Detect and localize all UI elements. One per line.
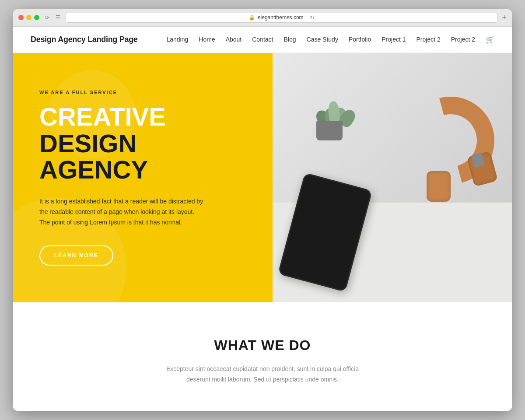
hero-title-line2: DESIGN AGENCY <box>39 130 246 184</box>
nav-link-project1[interactable]: Project 1 <box>382 36 406 43</box>
nav-item-landing[interactable]: Landing <box>166 35 188 43</box>
url-text: elegantthemes.com <box>258 14 304 21</box>
nav-link-portfolio[interactable]: Portfolio <box>349 36 371 43</box>
plant-pot <box>316 121 343 140</box>
hero-cta-button[interactable]: LEARN MORE <box>39 245 113 266</box>
refresh-icon[interactable]: ↻ <box>310 14 315 21</box>
what-we-do-section: WHAT WE DO Excepteur sint occaecat cupid… <box>13 302 512 411</box>
browser-chrome: ⟳ ☰ 🔒 elegantthemes.com ↻ + <box>13 9 512 27</box>
reload-icon[interactable]: ⟳ <box>44 14 51 21</box>
section-title: WHAT WE DO <box>31 337 494 354</box>
maximize-button[interactable] <box>34 15 39 20</box>
nav-item-project2a[interactable]: Project 2 <box>416 35 441 43</box>
nav-item-home[interactable]: Home <box>199 35 215 43</box>
hero-right-panel <box>273 53 512 302</box>
headphone-cup-left <box>427 171 451 202</box>
hero-description: It is a long established fact that a rea… <box>39 196 206 228</box>
nav-link-landing[interactable]: Landing <box>166 36 188 43</box>
nav-item-portfolio[interactable]: Portfolio <box>349 35 371 43</box>
plant-leaf-5 <box>327 101 340 123</box>
browser-window: ⟳ ☰ 🔒 elegantthemes.com ↻ + Design Agenc… <box>13 9 512 411</box>
headphone-arc <box>391 80 510 200</box>
nav-item-blog[interactable]: Blog <box>284 35 296 43</box>
hero-section: WE ARE A FULL SERVICE CREATIVE DESIGN AG… <box>13 53 512 302</box>
nav-link-blog[interactable]: Blog <box>284 36 296 43</box>
cart-icon[interactable]: 🛒 <box>486 36 494 43</box>
new-tab-button[interactable]: + <box>502 13 507 22</box>
nav-item-about[interactable]: About <box>226 35 242 43</box>
nav-item-project2b[interactable]: Project 2 <box>451 35 475 43</box>
section-subtitle: Excepteur sint occaecat cupidatat non pr… <box>158 364 368 385</box>
site-logo[interactable]: Design Agency Landing Page <box>31 35 138 44</box>
menu-icon[interactable]: ☰ <box>54 14 61 21</box>
hero-subtitle: WE ARE A FULL SERVICE <box>39 90 246 95</box>
hero-photo <box>273 53 512 302</box>
minimize-button[interactable] <box>26 15 32 20</box>
nav-link-casestudy[interactable]: Case Study <box>307 36 338 43</box>
navbar: Design Agency Landing Page Landing Home … <box>13 27 512 53</box>
traffic-lights <box>18 15 39 20</box>
nav-item-contact[interactable]: Contact <box>252 35 273 43</box>
nav-link-contact[interactable]: Contact <box>252 36 273 43</box>
nav-link-about[interactable]: About <box>226 36 242 43</box>
nav-item-cart[interactable]: 🛒 <box>486 35 494 44</box>
nav-link-project2a[interactable]: Project 2 <box>416 36 441 43</box>
plant-decoration <box>308 97 351 140</box>
nav-links: Landing Home About Contact Blog Case Stu… <box>166 35 494 44</box>
hero-title-line1: CREATIVE <box>39 104 246 130</box>
hero-left-panel: WE ARE A FULL SERVICE CREATIVE DESIGN AG… <box>13 53 273 302</box>
website-content: Design Agency Landing Page Landing Home … <box>13 27 512 411</box>
nav-link-project2b[interactable]: Project 2 <box>451 36 475 43</box>
lock-icon: 🔒 <box>249 15 255 21</box>
nav-link-home[interactable]: Home <box>199 36 215 43</box>
nav-item-project1[interactable]: Project 1 <box>382 35 406 43</box>
headphones-decoration <box>381 88 503 210</box>
address-bar[interactable]: 🔒 elegantthemes.com ↻ <box>66 13 497 23</box>
nav-item-casestudy[interactable]: Case Study <box>307 35 338 43</box>
browser-controls: ⟳ ☰ <box>44 14 61 21</box>
close-button[interactable] <box>18 15 24 20</box>
browser-right-controls: + <box>502 13 507 22</box>
